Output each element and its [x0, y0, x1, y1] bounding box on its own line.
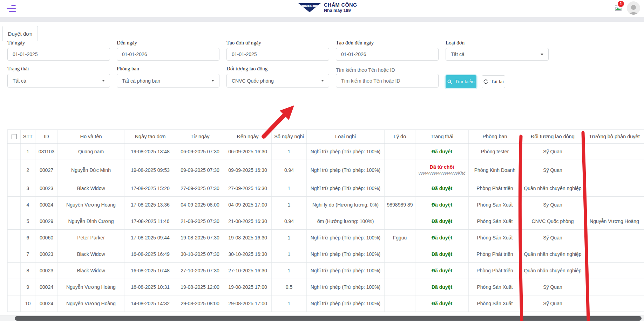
cell-days: 1: [272, 180, 307, 196]
cell-to: 29-08-2025 17:00: [224, 295, 272, 312]
cell-reason: 9898989 89: [385, 197, 415, 213]
table-row[interactable]: 600060Peter Parker17-08-2025 09:4419-08-…: [7, 230, 644, 246]
table-row[interactable]: 1000024Nguyễn Vương Hoàng14-08-2025 14:3…: [7, 295, 644, 312]
row-checkbox-cell: [7, 279, 21, 295]
cell-department: Phòng Sản Xuất: [469, 230, 521, 246]
table-row[interactable]: 1031103Quang nam19-08-2025 13:4806-09-20…: [7, 144, 644, 160]
cell-from: 04-09-2025 08:00: [176, 197, 224, 213]
cell-reason: Fgguu: [385, 230, 415, 246]
column-header: Loại nghỉ: [307, 130, 385, 143]
reload-button-label: Tải lại: [491, 79, 504, 85]
cell-name: Nguyễn Đình Cương: [58, 213, 124, 229]
date-input-created-from[interactable]: [226, 48, 329, 61]
filter-label-tao-don-den-ngay: Tạo đơn đến ngày: [336, 40, 374, 46]
table-row[interactable]: 500029Nguyễn Đình Cương17-08-2025 11:462…: [7, 213, 644, 230]
cell-days: 1: [272, 295, 307, 312]
row-checkbox-cell: [7, 246, 21, 262]
cell-name: Nguyễn Vương Hoàng: [58, 295, 124, 312]
select-loai-don[interactable]: Tất cả: [446, 48, 549, 61]
search-icon: [447, 79, 452, 84]
cell-id: 00027: [35, 160, 58, 180]
cell-reason: [385, 213, 415, 229]
hamburger-menu-icon[interactable]: [7, 5, 16, 12]
cell-labor-group: Quân nhân chuyên nghiệp: [521, 263, 584, 279]
column-header: Đến ngày: [224, 130, 272, 143]
chevron-down-icon: [321, 80, 324, 82]
date-input-from[interactable]: [7, 48, 110, 61]
notification-badge[interactable]: 1: [617, 0, 625, 8]
select-all-checkbox[interactable]: [12, 134, 17, 139]
cell-status: Đã duyệt: [415, 246, 469, 262]
status-note: vvvvvvvvvvvvvvvvvvKhć: [418, 171, 465, 176]
cell-labor-group: Sỹ Quan: [521, 197, 584, 213]
cell-labor-group: Sỹ Quan: [521, 160, 584, 180]
leave-requests-table: STTIDHọ và tênNgày tạo đơnTừ ngàyĐến ngà…: [7, 130, 644, 312]
status-badge: Đã duyệt: [432, 218, 452, 224]
cell-approver: [584, 230, 644, 246]
status-badge: Đã duyệt: [432, 284, 452, 290]
table-row[interactable]: 800023Black Widow16-08-2025 16:4827-10-2…: [7, 263, 644, 279]
select-phong-ban[interactable]: Tất cả phòng ban: [117, 74, 219, 88]
cell-approver: [584, 246, 644, 262]
status-badge: Đã duyệt: [432, 235, 452, 240]
cell-to: 27-09-2025 16:30: [224, 180, 272, 196]
reload-button[interactable]: Tải lại: [482, 75, 505, 88]
cell-labor-group: CNVC Quốc phòng: [521, 213, 584, 229]
cell-stt: 8: [21, 263, 35, 279]
cell-from: 09-09-2025 07:30: [176, 160, 224, 180]
horizontal-scrollbar[interactable]: [0, 315, 644, 321]
cell-name: Nguyễn Đức Minh: [58, 160, 124, 180]
cell-leave-type: Nghỉ trừ phép (Trừ phép: 100%): [307, 180, 385, 196]
chevron-down-icon: [211, 80, 214, 82]
search-input[interactable]: [336, 74, 439, 88]
app-header: 1 8 9 CHẤM CÔNG Nhà máy 189 1: [0, 0, 644, 17]
cell-stt: 9: [21, 279, 35, 295]
cell-stt: 7: [21, 246, 35, 262]
cell-labor-group: Quân nhân chuyên nghiệp: [521, 180, 584, 196]
cell-to: 09-09-2025 16:30: [224, 160, 272, 180]
cell-days: 1: [272, 197, 307, 213]
table-row[interactable]: 700023Black Widow16-08-2025 16:4930-10-2…: [7, 246, 644, 263]
cell-created: 14-08-2025 14:32: [124, 295, 176, 312]
cell-leave-type: Nghỉ lý do (Hưởng lương: 0%): [307, 197, 385, 213]
cell-approver: [584, 279, 644, 295]
annotation-arrow-head: [280, 105, 294, 120]
cell-status: Đã duyệt: [415, 279, 469, 295]
tab-duyet-don[interactable]: Duyệt đơn: [2, 26, 38, 41]
date-input-to[interactable]: [117, 48, 219, 61]
cell-to: 19-08-2025 16:30: [224, 230, 272, 246]
cell-department: Phòng Phát triển: [469, 263, 521, 279]
page: 1 8 9 CHẤM CÔNG Nhà máy 189 1 Duy: [0, 0, 644, 321]
cell-department: Phòng tester: [469, 144, 521, 160]
cell-stt: 5: [21, 213, 35, 229]
cell-id: 00060: [35, 230, 58, 246]
tab-label: Duyệt đơn: [8, 31, 33, 37]
table-row[interactable]: 300023Black Widow17-08-2025 15:2027-09-2…: [7, 180, 644, 197]
row-checkbox-cell: [7, 197, 21, 213]
cell-reason: [385, 160, 415, 180]
date-input-created-to[interactable]: [336, 48, 439, 61]
row-checkbox-cell: [7, 263, 21, 279]
cell-approver: [584, 160, 644, 180]
table-row[interactable]: 900024Nguyễn Vương Hoàng16-08-2025 10:31…: [7, 279, 644, 295]
cell-leave-type: Nghỉ trừ phép (Trừ phép: 100%): [307, 160, 385, 180]
cell-days: 1: [272, 263, 307, 279]
search-button[interactable]: Tìm kiếm: [446, 75, 476, 88]
column-header: STT: [21, 130, 35, 143]
cell-id: 00029: [35, 213, 58, 229]
filter-label-tao-don-tu-ngay: Tạo đơn từ ngày: [226, 40, 261, 46]
table-row[interactable]: 200027Nguyễn Đức Minh19-08-2025 09:5309-…: [7, 160, 644, 180]
cell-from: 29-08-2025 08:00: [176, 295, 224, 312]
cell-approver: [584, 295, 644, 312]
table-row[interactable]: 400024Nguyễn Vương Hoàng17-08-2025 13:36…: [7, 197, 644, 213]
cell-from: 21-08-2025 07:30: [176, 213, 224, 229]
column-header: Họ và tên: [58, 130, 124, 143]
user-avatar[interactable]: [627, 1, 640, 15]
scrollbar-thumb[interactable]: [15, 316, 642, 321]
cell-id: 00024: [35, 295, 58, 312]
cell-reason: [385, 279, 415, 295]
person-icon: [628, 4, 639, 15]
cell-approver: [584, 180, 644, 196]
select-doi-tuong-lao-dong[interactable]: CNVC Quốc phòng: [226, 74, 329, 88]
select-trang-thai[interactable]: Tất cả: [7, 74, 110, 88]
